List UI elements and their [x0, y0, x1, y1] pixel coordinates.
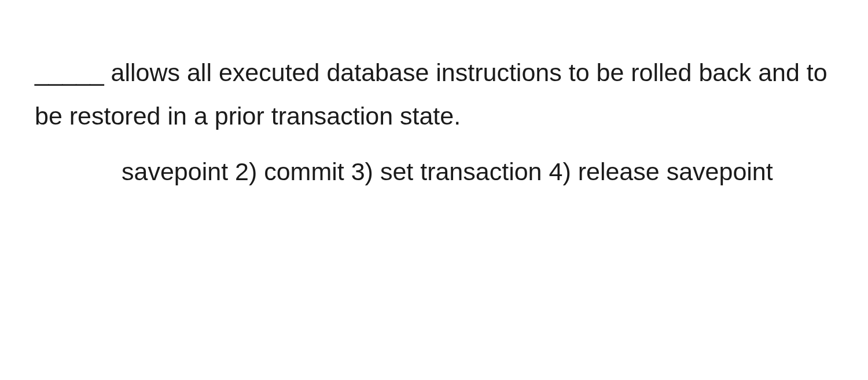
- question-text: _____ allows all executed database instr…: [35, 51, 833, 138]
- question-options: savepoint 2) commit 3) set transaction 4…: [35, 150, 833, 193]
